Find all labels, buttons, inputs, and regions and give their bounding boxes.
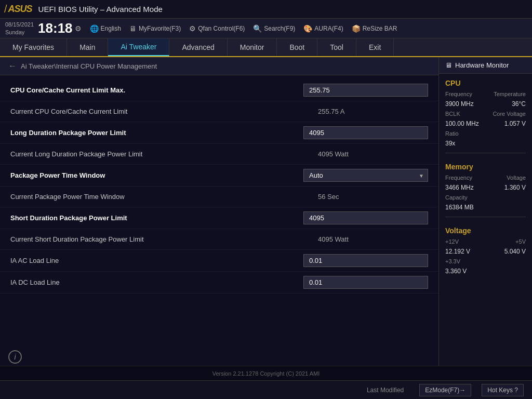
settings-input-field[interactable] bbox=[303, 84, 428, 97]
nav-exit[interactable]: Exit bbox=[356, 38, 394, 56]
resize-icon: 📦 bbox=[352, 24, 361, 33]
settings-row: Current Package Power Time Window56 Sec bbox=[0, 187, 438, 207]
hw-value: 39x bbox=[445, 140, 455, 147]
settings-row: Long Duration Package Power Limit bbox=[0, 122, 438, 144]
nav-tool[interactable]: Tool bbox=[317, 38, 356, 56]
hw-value: 3.360 V bbox=[445, 268, 467, 275]
hw-label-row: Ratio bbox=[439, 129, 532, 138]
hw-label: Temperature bbox=[494, 91, 526, 97]
nav-boot[interactable]: Boot bbox=[277, 38, 317, 56]
hw-value: 16384 MB bbox=[445, 204, 474, 211]
search-icon: 🔍 bbox=[253, 24, 262, 33]
fan-icon: ⚙ bbox=[189, 24, 196, 33]
date-block: 08/15/2021 Sunday bbox=[5, 21, 34, 36]
hw-value-row: 3900 MHz36°C bbox=[439, 99, 532, 109]
hw-value: 5.040 V bbox=[504, 248, 526, 255]
hw-label: BCLK bbox=[445, 111, 460, 117]
settings-input-field[interactable] bbox=[303, 211, 428, 224]
resize-bar-btn[interactable]: 📦 ReSize BAR bbox=[352, 24, 397, 33]
hw-label: Frequency bbox=[445, 175, 472, 181]
header-bar: / ASUS UEFI BIOS Utility – Advanced Mode bbox=[0, 0, 532, 19]
day-text: Sunday bbox=[5, 29, 34, 36]
hw-sections: CPUFrequencyTemperature3900 MHz36°CBCLKC… bbox=[439, 74, 532, 276]
hw-value-row: 3466 MHz1.360 V bbox=[439, 182, 532, 193]
settings-label: Long Duration Package Power Limit bbox=[10, 129, 303, 137]
hw-monitor-title: 🖥 Hardware Monitor bbox=[439, 57, 532, 74]
main-nav: My Favorites Main Ai Tweaker Advanced Mo… bbox=[0, 38, 532, 57]
hw-label: Core Voltage bbox=[493, 111, 526, 117]
last-modified-btn[interactable]: Last Modified bbox=[362, 384, 409, 396]
aura-icon: 🎨 bbox=[303, 24, 312, 33]
settings-label: Package Power Time Window bbox=[10, 171, 303, 179]
settings-label: Current Package Power Time Window bbox=[10, 193, 314, 201]
hw-monitor-label: Hardware Monitor bbox=[455, 61, 509, 69]
qfan-btn[interactable]: ⚙ Qfan Control(F6) bbox=[189, 24, 245, 33]
hw-label: Voltage bbox=[507, 175, 526, 181]
nav-main[interactable]: Main bbox=[67, 38, 108, 56]
globe-icon: 🌐 bbox=[90, 24, 99, 33]
hw-label-row: +12V+5V bbox=[439, 237, 532, 246]
hw-label: Ratio bbox=[445, 130, 459, 137]
main-panel: ← Ai Tweaker\Internal CPU Power Manageme… bbox=[0, 57, 438, 380]
content-wrapper: ← Ai Tweaker\Internal CPU Power Manageme… bbox=[0, 57, 532, 380]
version-bar: Version 2.21.1278 Copyright (C) 2021 AMI bbox=[0, 366, 532, 380]
settings-row: CPU Core/Cache Current Limit Max. bbox=[0, 79, 438, 101]
aura-btn[interactable]: 🎨 AURA(F4) bbox=[303, 24, 343, 33]
settings-select-field[interactable]: Auto1248163264128 bbox=[303, 169, 428, 182]
hw-label: Frequency bbox=[445, 91, 472, 97]
search-btn[interactable]: 🔍 Search(F9) bbox=[253, 24, 295, 33]
logo-text: ASUS bbox=[8, 4, 32, 15]
hw-divider bbox=[445, 153, 526, 153]
language-btn[interactable]: 🌐 English bbox=[90, 24, 121, 33]
hw-value: 12.192 V bbox=[445, 248, 470, 255]
settings-label: CPU Core/Cache Current Limit Max. bbox=[10, 86, 303, 94]
settings-label: Current Long Duration Package Power Limi… bbox=[10, 150, 314, 158]
resize-label: ReSize BAR bbox=[363, 25, 397, 32]
hw-label-row: BCLKCore Voltage bbox=[439, 109, 532, 118]
nav-advanced[interactable]: Advanced bbox=[169, 38, 227, 56]
myfavorite-btn[interactable]: 🖥 MyFavorite(F3) bbox=[129, 24, 181, 33]
hw-value: 100.00 MHz bbox=[445, 120, 479, 127]
settings-input-field[interactable] bbox=[303, 254, 428, 267]
logo-slash: / bbox=[4, 3, 7, 15]
back-arrow[interactable]: ← bbox=[8, 61, 17, 71]
search-label: Search(F9) bbox=[264, 25, 295, 32]
hw-section-title: Memory bbox=[439, 157, 532, 173]
hw-label-row: FrequencyTemperature bbox=[439, 89, 532, 99]
myfavorite-label: MyFavorite(F3) bbox=[139, 25, 181, 32]
settings-row: Current Short Duration Package Power Lim… bbox=[0, 229, 438, 250]
asus-logo: / ASUS bbox=[4, 3, 32, 15]
hw-label: +5V bbox=[515, 238, 526, 245]
hw-value-row: 3.360 V bbox=[439, 266, 532, 276]
settings-label: Current Short Duration Package Power Lim… bbox=[10, 235, 314, 243]
hw-divider bbox=[445, 217, 526, 217]
settings-input-field[interactable] bbox=[303, 126, 428, 139]
nav-my-favorites[interactable]: My Favorites bbox=[0, 38, 67, 56]
hw-value-row: 39x bbox=[439, 138, 532, 149]
settings-row: Short Duration Package Power Limit bbox=[0, 207, 438, 229]
hw-value-row: 100.00 MHz1.057 V bbox=[439, 118, 532, 129]
info-button[interactable]: i bbox=[8, 350, 22, 364]
nav-ai-tweaker[interactable]: Ai Tweaker bbox=[108, 38, 169, 56]
gear-icon[interactable]: ⚙ bbox=[75, 24, 82, 33]
language-label: English bbox=[101, 25, 121, 32]
hw-value: 3466 MHz bbox=[445, 184, 474, 191]
hw-section-title: CPU bbox=[439, 74, 532, 89]
nav-monitor[interactable]: Monitor bbox=[228, 38, 277, 56]
hw-label-row: Capacity bbox=[439, 193, 532, 202]
clock-time: 18:18 bbox=[38, 20, 73, 36]
hw-label-row: +3.3V bbox=[439, 257, 532, 266]
ez-mode-btn[interactable]: EzMode(F7)→ bbox=[419, 384, 471, 396]
hot-keys-btn[interactable]: Hot Keys ? bbox=[482, 384, 524, 396]
settings-value-text: 56 Sec bbox=[314, 193, 428, 201]
hw-value: 1.360 V bbox=[504, 184, 526, 191]
breadcrumb: ← Ai Tweaker\Internal CPU Power Manageme… bbox=[0, 57, 438, 75]
settings-row: Current Long Duration Package Power Limi… bbox=[0, 144, 438, 165]
settings-input-field[interactable] bbox=[303, 276, 428, 289]
settings-select-wrapper: Auto1248163264128 bbox=[303, 169, 428, 182]
settings-row: IA AC Load Line bbox=[0, 250, 438, 272]
hw-section-title: Voltage bbox=[439, 221, 532, 237]
monitor-icon: 🖥 bbox=[129, 24, 137, 33]
bottom-bar: Last Modified EzMode(F7)→ Hot Keys ? bbox=[0, 380, 532, 399]
settings-value-text: 4095 Watt bbox=[314, 150, 428, 158]
